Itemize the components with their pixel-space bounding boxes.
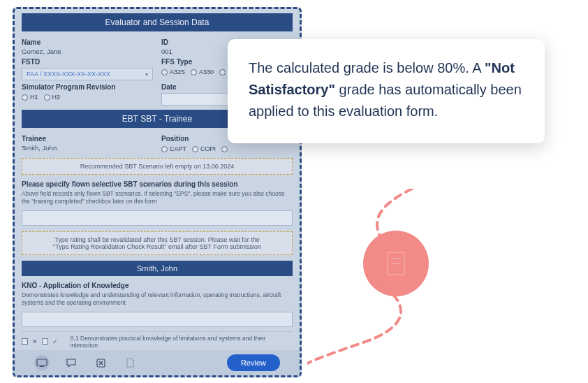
spr-option-h1[interactable]: H1	[22, 94, 38, 101]
name-value: Gomez, Jane	[22, 48, 153, 55]
svg-rect-0	[37, 359, 47, 366]
checkbox-fail-1[interactable]	[22, 338, 28, 345]
review-button[interactable]: Review	[227, 354, 280, 371]
toolbar-document-icon[interactable]	[122, 355, 138, 370]
ffstype-option-more[interactable]	[219, 69, 226, 75]
bottom-toolbar: Review	[15, 350, 300, 375]
document-icon	[387, 252, 405, 275]
notice-line-1: Type rating shall be revalidated after t…	[27, 236, 288, 243]
kno-textarea[interactable]	[22, 312, 293, 327]
position-option-capt[interactable]: CAPT	[161, 145, 186, 152]
position-radios: CAPT COPI	[161, 145, 293, 152]
fstd-label: FSTD	[22, 58, 153, 66]
notice-type-rating: Type rating shall be revalidated after t…	[22, 231, 293, 255]
ffstype-option-a330[interactable]: A330	[191, 68, 214, 75]
scenario-help-text: Above field records only flown SBT scena…	[22, 190, 293, 206]
criterion-row-1: ✕ ✓ 0.1 Demonstrates practical knowledge…	[22, 331, 293, 352]
section-header-evaluator: Evaluator and Session Data	[22, 13, 293, 31]
notice-recommended-scenario: Recommended SBT Scenario left empty on 1…	[22, 158, 293, 175]
toolbar-device-icon[interactable]	[34, 355, 50, 370]
fstd-select[interactable]: FAA / XXXX-XXX-XX-XX-XXX ▾	[22, 68, 153, 80]
fstd-value: FAA / XXXX-XXX-XX-XX-XXX	[27, 71, 110, 78]
position-option-more[interactable]	[221, 146, 228, 152]
scenario-textarea[interactable]	[22, 210, 293, 226]
ffstype-option-a32s[interactable]: A32S	[161, 68, 185, 75]
connector-line-bottom	[307, 287, 447, 377]
chevron-down-icon: ▾	[145, 71, 148, 78]
grade-notice-card: The calculated grade is below 80%. A "No…	[228, 39, 545, 143]
toolbar-close-icon[interactable]	[93, 355, 108, 370]
checkbox-pass-1[interactable]	[42, 338, 48, 345]
trainee-label: Trainee	[22, 135, 153, 143]
spr-radios: H1 H2	[22, 94, 153, 101]
person-bar: Smith, John	[22, 261, 293, 276]
notice-text-part1: The calculated grade is below 80%. A	[249, 60, 485, 75]
kno-title: KNO - Application of Knowledge	[22, 282, 293, 289]
trainee-value: Smith, John	[22, 144, 153, 152]
notice-line-2: "Type Rating Revalidation Check Result" …	[27, 243, 288, 250]
name-label: Name	[22, 38, 153, 46]
toolbar-message-icon[interactable]	[64, 355, 79, 370]
spr-option-h2[interactable]: H2	[44, 94, 61, 101]
criterion-text-1: 0.1 Demonstrates practical knowledge of …	[71, 335, 293, 349]
position-option-copi[interactable]: COPI	[192, 145, 216, 152]
scenario-heading: Please specify flown selective SBT scena…	[22, 180, 293, 188]
kno-description: Demonstrates knowledge and understanding…	[22, 291, 293, 308]
spr-label: Simulator Program Revision	[22, 83, 153, 91]
